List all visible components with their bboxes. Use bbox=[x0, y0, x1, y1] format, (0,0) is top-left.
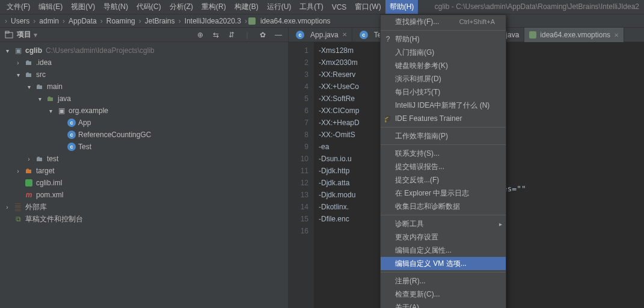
tree-hint: C:\Users\admin\IdeaProjects\cglib bbox=[46, 46, 155, 55]
tab-app[interactable]: c App.java ✕ bbox=[289, 28, 352, 42]
chevron-right-icon[interactable]: › bbox=[25, 156, 32, 162]
help-contact[interactable]: 联系支持(S)... bbox=[381, 147, 506, 160]
tree-iml[interactable]: cglib.iml bbox=[0, 177, 288, 189]
menu-file[interactable]: 文件(F) bbox=[2, 0, 34, 14]
menu-analyze[interactable]: 分析(Z) bbox=[165, 0, 197, 14]
help-check-updates[interactable]: 检查更新(C)... bbox=[381, 288, 506, 301]
menu-refactor[interactable]: 重构(R) bbox=[197, 0, 230, 14]
menu-vcs[interactable]: VCS bbox=[328, 1, 351, 13]
tree-pkg[interactable]: ▾ ▣ org.example bbox=[0, 105, 288, 117]
help-collect-logs[interactable]: 收集日志和诊断数据 bbox=[381, 200, 506, 213]
menu-code[interactable]: 代码(C) bbox=[132, 0, 165, 14]
tree-external[interactable]: › 𝄛 外部库 bbox=[0, 201, 288, 213]
tree-app[interactable]: c App bbox=[0, 117, 288, 129]
tree-label: 草稿文件和控制台 bbox=[25, 214, 83, 224]
tree-main[interactable]: ▾ 🖿 main bbox=[0, 81, 288, 93]
close-icon[interactable]: ✕ bbox=[614, 32, 619, 38]
help-register[interactable]: 注册(R)... bbox=[381, 274, 506, 288]
window-title: cglib - C:\Users\admin\AppData\Roaming\J… bbox=[435, 2, 639, 11]
project-panel: 项目 ▾ ⊕ ⇆ ⇵ | ✿ — ▾ ▣ cglib C:\Users\admi… bbox=[0, 28, 289, 308]
help-help[interactable]: ? 帮助(H) bbox=[381, 32, 506, 46]
library-icon: 𝄛 bbox=[13, 202, 23, 212]
tree-ref[interactable]: c ReferenceCountingGC bbox=[0, 129, 288, 141]
package-icon: ▣ bbox=[57, 106, 66, 116]
chevron-right-icon: › bbox=[61, 17, 66, 25]
crumb-admin[interactable]: admin bbox=[37, 17, 61, 25]
chevron-down-icon[interactable]: ▾ bbox=[47, 108, 54, 114]
tree-label: App bbox=[78, 119, 91, 127]
gear-icon[interactable]: ✿ bbox=[258, 30, 268, 40]
tree-java[interactable]: ▾ 🖿 java bbox=[0, 93, 288, 105]
menu-item-label: 入门指南(G) bbox=[395, 48, 434, 58]
help-edit-props[interactable]: 编辑自定义属性... bbox=[381, 244, 506, 257]
menu-tools[interactable]: 工具(T) bbox=[295, 0, 327, 14]
project-panel-header: 项目 ▾ ⊕ ⇆ ⇵ | ✿ — bbox=[0, 28, 288, 42]
menu-build[interactable]: 构建(B) bbox=[230, 0, 263, 14]
crumb-users[interactable]: Users bbox=[8, 17, 32, 25]
close-icon[interactable]: ✕ bbox=[342, 31, 347, 38]
divider: | bbox=[242, 30, 252, 40]
menu-item-label: 更改内存设置 bbox=[395, 232, 438, 242]
menu-run[interactable]: 运行(U) bbox=[263, 0, 296, 14]
chevron-down-icon[interactable]: ▾ bbox=[25, 84, 32, 90]
menu-navigate[interactable]: 导航(N) bbox=[99, 0, 132, 14]
help-submit-bug[interactable]: 提交错误报告... bbox=[381, 160, 506, 173]
help-demos[interactable]: 演示和抓屏(D) bbox=[381, 72, 506, 85]
menu-edit[interactable]: 编辑(E) bbox=[34, 0, 67, 14]
help-productivity[interactable]: 工作效率指南(P) bbox=[381, 129, 506, 143]
tab-label: idea64.exe.vmoptions bbox=[540, 31, 610, 39]
chevron-down-icon[interactable]: ▾ bbox=[34, 31, 37, 39]
crumb-idea2020[interactable]: IntelliJIdea2020.3 bbox=[182, 17, 244, 25]
help-whatsnew[interactable]: IntelliJ IDEA中新增了什么 (N) bbox=[381, 99, 506, 112]
help-change-mem[interactable]: 更改内存设置 bbox=[381, 230, 506, 244]
tree-scratch[interactable]: ⧉ 草稿文件和控制台 bbox=[0, 213, 288, 225]
collapse-icon[interactable]: ⇵ bbox=[227, 30, 236, 40]
help-about[interactable]: 关于(A) bbox=[381, 301, 506, 308]
tree-src[interactable]: ▾ 🖿 src bbox=[0, 69, 288, 81]
class-icon: c bbox=[67, 131, 76, 139]
menu-view[interactable]: 视图(V) bbox=[67, 0, 99, 14]
help-features[interactable]: 🎓 IDE Features Trainer bbox=[381, 112, 506, 125]
hide-icon[interactable]: — bbox=[274, 30, 283, 40]
menu-item-label: 注册(R)... bbox=[395, 276, 426, 286]
help-submit-feedback[interactable]: 提交反馈...(F) bbox=[381, 173, 506, 186]
crumb-vmoptions[interactable]: idea64.exe.vmoptions bbox=[258, 17, 333, 25]
crumb-roaming[interactable]: Roaming bbox=[104, 17, 138, 25]
menu-item-label: 提交错误报告... bbox=[395, 162, 444, 172]
tab-idea64[interactable]: idea64.exe.vmoptions ✕ bbox=[524, 28, 624, 42]
tree-test-dir[interactable]: › 🖿 test bbox=[0, 153, 288, 165]
project-tree[interactable]: ▾ ▣ cglib C:\Users\admin\IdeaProjects\cg… bbox=[0, 42, 288, 308]
tree-label: java bbox=[58, 94, 71, 103]
help-find-action[interactable]: 查找操作(F)... Ctrl+Shift+A bbox=[381, 15, 506, 28]
chevron-down-icon[interactable]: ▾ bbox=[36, 96, 43, 102]
menu-help[interactable]: 帮助(H) bbox=[385, 0, 419, 14]
tree-label: Test bbox=[78, 143, 91, 151]
help-getting-started[interactable]: 入门指南(G) bbox=[381, 46, 506, 59]
tree-label: org.example bbox=[69, 106, 108, 115]
menu-window[interactable]: 窗口(W) bbox=[351, 0, 385, 14]
chevron-right-icon[interactable]: › bbox=[14, 168, 22, 174]
expand-icon[interactable]: ⇆ bbox=[211, 30, 221, 40]
tree-root[interactable]: ▾ ▣ cglib C:\Users\admin\IdeaProjects\cg… bbox=[0, 45, 288, 57]
tree-test-class[interactable]: c Test bbox=[0, 141, 288, 153]
tree-idea[interactable]: › 🖿 .idea bbox=[0, 57, 288, 69]
locate-icon[interactable]: ⊕ bbox=[195, 30, 205, 40]
help-edit-vm[interactable]: 编辑自定义 VM 选项... bbox=[381, 257, 506, 270]
chevron-down-icon[interactable]: ▾ bbox=[4, 48, 11, 54]
help-tip[interactable]: 每日小技巧(T) bbox=[381, 85, 506, 99]
chevron-right-icon[interactable]: › bbox=[4, 204, 11, 211]
tree-pom[interactable]: m pom.xml bbox=[0, 189, 288, 201]
crumb-appdata[interactable]: AppData bbox=[66, 17, 99, 25]
help-keymap[interactable]: 键盘映射参考(K) bbox=[381, 59, 506, 72]
chevron-down-icon[interactable]: ▾ bbox=[14, 72, 22, 78]
help-show-log[interactable]: 在 Explorer 中显示日志 bbox=[381, 186, 506, 200]
separator bbox=[381, 30, 506, 31]
chevron-right-icon: ▸ bbox=[499, 221, 502, 227]
separator bbox=[381, 215, 506, 215]
class-icon: c bbox=[296, 31, 304, 39]
tree-target[interactable]: › 🖿 target bbox=[0, 165, 288, 177]
help-diagnostic[interactable]: 诊断工具 ▸ bbox=[381, 217, 506, 230]
crumb-jetbrains[interactable]: JetBrains bbox=[143, 17, 177, 25]
chevron-right-icon[interactable]: › bbox=[14, 60, 22, 66]
class-icon: c bbox=[67, 143, 76, 151]
